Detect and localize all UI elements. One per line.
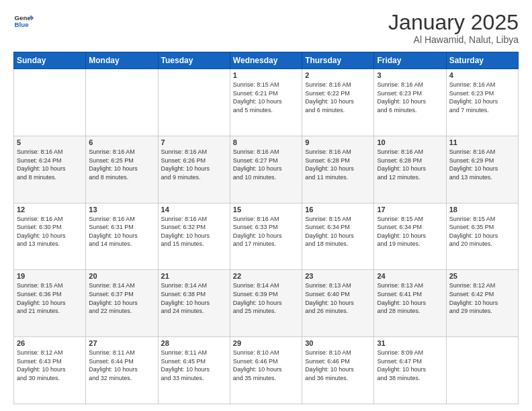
cell-info: Sunrise: 8:16 AM Sunset: 6:28 PM Dayligh…: [377, 148, 443, 181]
cell-info: Sunrise: 8:16 AM Sunset: 6:25 PM Dayligh…: [89, 148, 154, 181]
col-friday: Friday: [374, 52, 446, 69]
day-number: 12: [17, 205, 83, 214]
day-number: 4: [449, 71, 515, 79]
cell-info: Sunrise: 8:10 AM Sunset: 6:46 PM Dayligh…: [233, 349, 299, 382]
day-number: 9: [305, 138, 371, 146]
svg-text:Blue: Blue: [15, 21, 30, 28]
calendar-week-row: 1Sunrise: 8:15 AM Sunset: 6:21 PM Daylig…: [14, 69, 519, 136]
day-number: 3: [377, 71, 443, 79]
day-number: 20: [89, 272, 154, 280]
day-number: 27: [89, 339, 154, 347]
table-row: 8Sunrise: 8:16 AM Sunset: 6:27 PM Daylig…: [230, 136, 302, 203]
col-wednesday: Wednesday: [230, 52, 302, 69]
table-row: 6Sunrise: 8:16 AM Sunset: 6:25 PM Daylig…: [86, 136, 158, 203]
col-monday: Monday: [86, 52, 158, 69]
col-saturday: Saturday: [446, 52, 518, 69]
cell-info: Sunrise: 8:15 AM Sunset: 6:34 PM Dayligh…: [377, 215, 443, 248]
calendar-week-row: 19Sunrise: 8:15 AM Sunset: 6:36 PM Dayli…: [14, 270, 519, 337]
cell-info: Sunrise: 8:09 AM Sunset: 6:47 PM Dayligh…: [377, 349, 443, 382]
table-row: 1Sunrise: 8:15 AM Sunset: 6:21 PM Daylig…: [230, 69, 302, 136]
calendar-week-row: 5Sunrise: 8:16 AM Sunset: 6:24 PM Daylig…: [14, 136, 519, 203]
table-row: 21Sunrise: 8:14 AM Sunset: 6:38 PM Dayli…: [158, 270, 230, 337]
cell-info: Sunrise: 8:16 AM Sunset: 6:29 PM Dayligh…: [449, 148, 515, 181]
day-number: 18: [449, 205, 515, 214]
table-row: 27Sunrise: 8:11 AM Sunset: 6:44 PM Dayli…: [86, 337, 158, 404]
day-number: 28: [161, 339, 227, 347]
day-number: 7: [161, 138, 227, 146]
day-number: 1: [233, 71, 299, 79]
table-row: 12Sunrise: 8:16 AM Sunset: 6:30 PM Dayli…: [14, 203, 86, 270]
col-thursday: Thursday: [302, 52, 374, 69]
day-number: 11: [449, 138, 515, 146]
calendar-week-row: 26Sunrise: 8:12 AM Sunset: 6:43 PM Dayli…: [14, 337, 519, 404]
cell-info: Sunrise: 8:13 AM Sunset: 6:41 PM Dayligh…: [377, 281, 443, 315]
cell-info: Sunrise: 8:15 AM Sunset: 6:35 PM Dayligh…: [449, 215, 515, 248]
day-number: 10: [377, 138, 443, 146]
cell-info: Sunrise: 8:12 AM Sunset: 6:42 PM Dayligh…: [449, 281, 515, 315]
logo: General Blue: [13, 11, 34, 31]
table-row: 24Sunrise: 8:13 AM Sunset: 6:41 PM Dayli…: [374, 270, 446, 337]
table-row: [158, 69, 230, 136]
day-number: 24: [377, 272, 443, 280]
day-number: 5: [17, 138, 83, 146]
calendar-table: Sunday Monday Tuesday Wednesday Thursday…: [13, 52, 519, 404]
cell-info: Sunrise: 8:16 AM Sunset: 6:33 PM Dayligh…: [233, 215, 299, 248]
day-number: 15: [233, 205, 299, 214]
day-number: 17: [377, 205, 443, 214]
table-row: 17Sunrise: 8:15 AM Sunset: 6:34 PM Dayli…: [374, 203, 446, 270]
table-row: 10Sunrise: 8:16 AM Sunset: 6:28 PM Dayli…: [374, 136, 446, 203]
col-sunday: Sunday: [14, 52, 86, 69]
cell-info: Sunrise: 8:14 AM Sunset: 6:38 PM Dayligh…: [161, 281, 227, 315]
day-number: 25: [449, 272, 515, 280]
table-row: [86, 69, 158, 136]
day-number: 30: [305, 339, 371, 347]
cell-info: Sunrise: 8:16 AM Sunset: 6:30 PM Dayligh…: [17, 215, 83, 248]
cell-info: Sunrise: 8:16 AM Sunset: 6:28 PM Dayligh…: [305, 148, 371, 181]
table-row: 15Sunrise: 8:16 AM Sunset: 6:33 PM Dayli…: [230, 203, 302, 270]
table-row: [446, 337, 518, 404]
day-number: 8: [233, 138, 299, 146]
day-number: 29: [233, 339, 299, 347]
table-row: 4Sunrise: 8:16 AM Sunset: 6:23 PM Daylig…: [446, 69, 518, 136]
table-row: 13Sunrise: 8:16 AM Sunset: 6:31 PM Dayli…: [86, 203, 158, 270]
day-number: 2: [305, 71, 371, 79]
table-row: 30Sunrise: 8:10 AM Sunset: 6:46 PM Dayli…: [302, 337, 374, 404]
table-row: [14, 69, 86, 136]
cell-info: Sunrise: 8:16 AM Sunset: 6:26 PM Dayligh…: [161, 148, 227, 181]
day-number: 16: [305, 205, 371, 214]
day-number: 13: [89, 205, 154, 214]
cell-info: Sunrise: 8:16 AM Sunset: 6:31 PM Dayligh…: [89, 215, 154, 248]
cell-info: Sunrise: 8:14 AM Sunset: 6:39 PM Dayligh…: [233, 281, 299, 315]
day-number: 14: [161, 205, 227, 214]
day-number: 26: [17, 339, 83, 347]
cell-info: Sunrise: 8:10 AM Sunset: 6:46 PM Dayligh…: [305, 349, 371, 382]
cell-info: Sunrise: 8:16 AM Sunset: 6:27 PM Dayligh…: [233, 148, 299, 181]
table-row: 19Sunrise: 8:15 AM Sunset: 6:36 PM Dayli…: [14, 270, 86, 337]
day-number: 23: [305, 272, 371, 280]
cell-info: Sunrise: 8:16 AM Sunset: 6:24 PM Dayligh…: [17, 148, 83, 181]
cell-info: Sunrise: 8:13 AM Sunset: 6:40 PM Dayligh…: [305, 281, 371, 315]
table-row: 26Sunrise: 8:12 AM Sunset: 6:43 PM Dayli…: [14, 337, 86, 404]
table-row: 3Sunrise: 8:16 AM Sunset: 6:23 PM Daylig…: [374, 69, 446, 136]
day-number: 31: [377, 339, 443, 347]
table-row: 16Sunrise: 8:15 AM Sunset: 6:34 PM Dayli…: [302, 203, 374, 270]
table-row: 28Sunrise: 8:11 AM Sunset: 6:45 PM Dayli…: [158, 337, 230, 404]
table-row: 31Sunrise: 8:09 AM Sunset: 6:47 PM Dayli…: [374, 337, 446, 404]
calendar-week-row: 12Sunrise: 8:16 AM Sunset: 6:30 PM Dayli…: [14, 203, 519, 270]
cell-info: Sunrise: 8:15 AM Sunset: 6:36 PM Dayligh…: [17, 281, 83, 315]
table-row: 9Sunrise: 8:16 AM Sunset: 6:28 PM Daylig…: [302, 136, 374, 203]
table-row: 29Sunrise: 8:10 AM Sunset: 6:46 PM Dayli…: [230, 337, 302, 404]
table-row: 2Sunrise: 8:16 AM Sunset: 6:22 PM Daylig…: [302, 69, 374, 136]
day-number: 19: [17, 272, 83, 280]
cell-info: Sunrise: 8:11 AM Sunset: 6:45 PM Dayligh…: [161, 349, 227, 382]
table-row: 5Sunrise: 8:16 AM Sunset: 6:24 PM Daylig…: [14, 136, 86, 203]
day-number: 22: [233, 272, 299, 280]
cell-info: Sunrise: 8:15 AM Sunset: 6:34 PM Dayligh…: [305, 215, 371, 248]
table-row: 22Sunrise: 8:14 AM Sunset: 6:39 PM Dayli…: [230, 270, 302, 337]
day-number: 6: [89, 138, 154, 146]
location: Al Hawamid, Nalut, Libya: [388, 34, 519, 45]
calendar-header-row: Sunday Monday Tuesday Wednesday Thursday…: [14, 52, 519, 69]
header: General Blue January 2025 Al Hawamid, Na…: [13, 11, 519, 45]
table-row: 25Sunrise: 8:12 AM Sunset: 6:42 PM Dayli…: [446, 270, 518, 337]
table-row: 20Sunrise: 8:14 AM Sunset: 6:37 PM Dayli…: [86, 270, 158, 337]
